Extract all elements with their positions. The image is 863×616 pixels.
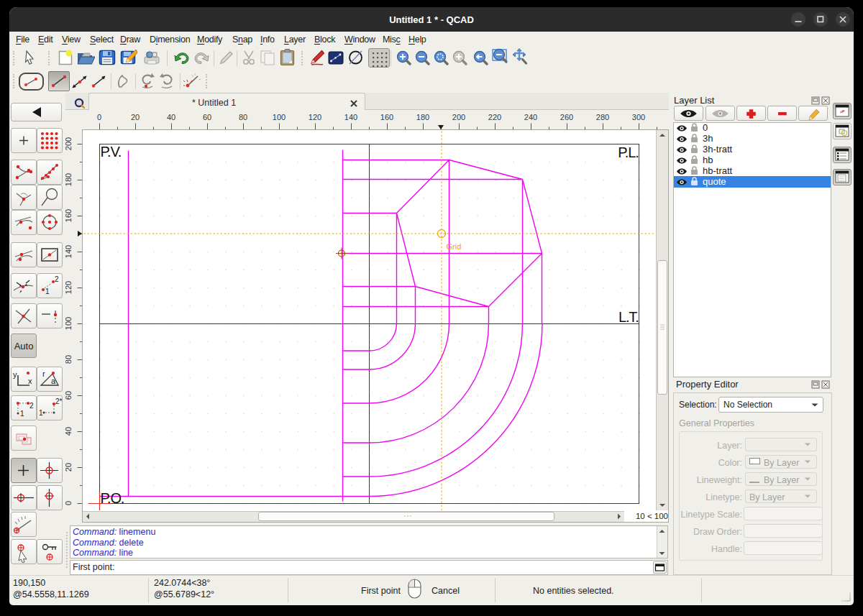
svg-text:20: 20 (131, 113, 140, 121)
svg-text:60: 60 (203, 113, 211, 121)
svg-text:240: 240 (524, 113, 537, 121)
svg-text:280: 280 (596, 113, 609, 121)
svg-text:40: 40 (65, 427, 73, 436)
svg-text:L.T.: L.T. (618, 309, 638, 325)
svg-text:y: y (13, 370, 17, 379)
svg-text:300: 300 (632, 113, 645, 121)
svg-text:80: 80 (65, 355, 73, 364)
svg-text:1: 1 (20, 410, 24, 418)
svg-text:x: x (28, 377, 32, 385)
svg-text:40: 40 (167, 113, 175, 121)
svg-text:140: 140 (65, 245, 73, 258)
svg-text:140: 140 (344, 113, 357, 121)
svg-text:2*: 2* (55, 397, 63, 405)
svg-text:160: 160 (65, 209, 73, 222)
svg-text:2: 2 (29, 402, 34, 410)
svg-text:Grid: Grid (447, 242, 462, 251)
svg-text:1: 1 (39, 409, 43, 417)
svg-text:260: 260 (560, 113, 573, 121)
svg-text:100: 100 (65, 317, 73, 330)
svg-text:200: 200 (65, 137, 73, 150)
svg-text:160: 160 (380, 113, 393, 121)
svg-text:P.V.: P.V. (101, 144, 122, 160)
svg-text:a: a (51, 377, 56, 385)
svg-text:60: 60 (65, 391, 73, 400)
svg-text:120: 120 (65, 281, 73, 294)
svg-text:0: 0 (65, 501, 73, 505)
svg-text:2: 2 (55, 275, 59, 283)
svg-text:80: 80 (239, 113, 247, 121)
svg-text:r: r (42, 369, 45, 378)
svg-text:100: 100 (273, 113, 286, 121)
svg-text:120: 120 (309, 113, 321, 121)
svg-text:200: 200 (452, 113, 465, 121)
svg-text:220: 220 (488, 113, 501, 121)
svg-text:0: 0 (97, 113, 101, 121)
svg-text:180: 180 (65, 173, 73, 186)
svg-text:1: 1 (45, 288, 50, 295)
svg-text:P.L.: P.L. (618, 144, 638, 160)
svg-text:20: 20 (65, 463, 73, 472)
svg-text:180: 180 (416, 113, 429, 121)
